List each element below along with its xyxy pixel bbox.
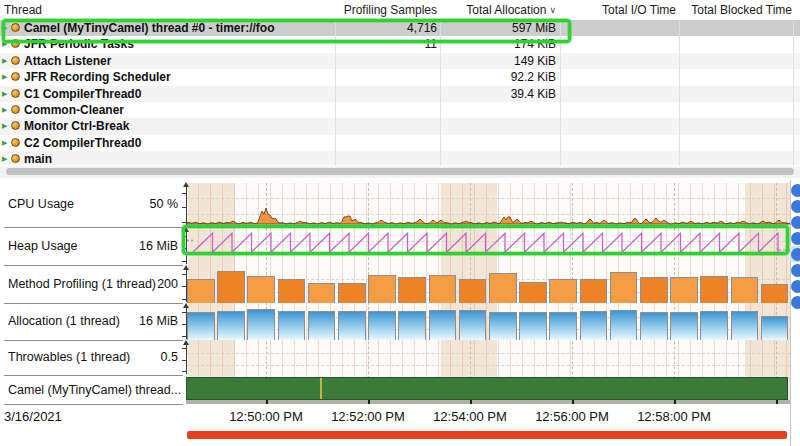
side-panel-button[interactable]	[791, 264, 800, 277]
table-row[interactable]: ▶Common-Cleaner	[0, 102, 800, 119]
method-profiling-bar	[459, 279, 487, 303]
side-panel-button[interactable]	[791, 184, 800, 197]
expand-arrow-icon[interactable]: ▶	[2, 57, 7, 65]
table-row[interactable]: ▶main	[0, 151, 800, 165]
expand-arrow-icon[interactable]: ▶	[2, 24, 7, 32]
lane-label-row-4[interactable]: Throwables (1 thread)0.5	[0, 341, 183, 375]
allocation-bar	[700, 311, 728, 340]
table-row[interactable]: ▶C2 CompilerThread0	[0, 135, 800, 152]
allocation-bar	[459, 310, 487, 340]
thread-table-header: ThreadProfiling SamplesTotal Allocation∨…	[0, 0, 800, 21]
total-allocation-value: 149 KiB	[514, 54, 556, 68]
sort-descending-icon: ∨	[549, 5, 556, 15]
total-allocation-value: 597 MiB	[512, 21, 556, 35]
expand-arrow-icon[interactable]: ▶	[2, 139, 7, 147]
method-profiling-bars	[186, 266, 790, 303]
thread-icon	[11, 39, 20, 48]
horizontal-gridline	[186, 353, 790, 354]
axis-tick	[182, 274, 187, 275]
lane-label-row-2[interactable]: Method Profiling (1 thread)200	[0, 266, 183, 303]
side-panel-button[interactable]	[791, 248, 800, 261]
side-panel-button[interactable]	[791, 232, 800, 245]
table-row[interactable]: ▶Attach Listener149 KiB	[0, 53, 800, 70]
method-profiling-bar	[368, 275, 396, 303]
method-profiling-bar	[549, 279, 577, 303]
axis-tick	[182, 207, 187, 208]
thread-name: C2 CompilerThread0	[24, 136, 141, 150]
table-row[interactable]: ▶Camel (MyTinyCamel) thread #0 - timer:/…	[0, 20, 800, 37]
axis-tick	[182, 371, 187, 372]
method-profiling-bar	[519, 282, 547, 303]
lane-label-row-5[interactable]: Camel (MyTinyCamel) thread...	[0, 377, 183, 404]
allocation-bar	[368, 311, 396, 340]
allocation-bar	[429, 310, 457, 340]
table-row[interactable]: ▶JFR Periodic Tasks11174 KiB	[0, 36, 800, 53]
time-tick-label: 12:58:00 PM	[637, 409, 711, 424]
table-row[interactable]: ▶JFR Recording Scheduler92.2 KiB	[0, 69, 800, 86]
thread-activity-lane[interactable]	[186, 377, 788, 400]
lane-label: Heap Usage	[8, 239, 78, 253]
lane-label-row-3[interactable]: Allocation (1 thread)16 MiB	[0, 304, 183, 340]
column-header-label: Thread	[4, 3, 42, 17]
allocation-bar	[580, 311, 608, 340]
expand-arrow-icon[interactable]: ▶	[2, 90, 7, 98]
column-header-blocked[interactable]: Total Blocked Time	[691, 0, 792, 20]
time-range-selection-bar[interactable]	[187, 431, 787, 439]
method-profiling-bar	[700, 276, 728, 303]
allocation-bar	[489, 312, 517, 340]
profiling-samples-value: 4,716	[407, 21, 437, 35]
thread-name: Camel (MyTinyCamel) thread #0 - timer://…	[24, 21, 275, 35]
axis-tick	[182, 236, 187, 237]
column-header-samples[interactable]: Profiling Samples	[344, 0, 437, 20]
axis-tick	[182, 248, 187, 249]
side-panel-button[interactable]	[791, 280, 800, 293]
timeline-plot-area[interactable]	[186, 183, 790, 404]
column-separator	[793, 0, 794, 166]
column-header-allocation[interactable]: Total Allocation∨	[466, 0, 556, 20]
side-panel-button[interactable]	[791, 200, 800, 213]
total-allocation-value: 92.2 KiB	[511, 70, 556, 84]
thread-name: Attach Listener	[24, 54, 111, 68]
scrollbar-thumb[interactable]	[6, 168, 794, 175]
column-header-thread[interactable]: Thread	[4, 0, 42, 20]
allocation-bar	[187, 312, 215, 340]
expand-arrow-icon[interactable]: ▶	[2, 122, 7, 130]
method-profiling-bar	[489, 273, 517, 303]
lane-label: Allocation (1 thread)	[8, 314, 120, 328]
lane-label-row-0[interactable]: CPU Usage50 %	[0, 183, 183, 227]
allocation-bar	[670, 312, 698, 340]
column-header-io[interactable]: Total I/O Time	[602, 0, 676, 20]
thread-name: JFR Periodic Tasks	[24, 37, 134, 51]
allocation-bar	[308, 311, 336, 340]
lane-axis-max-label: 16 MiB	[139, 314, 178, 328]
expand-arrow-icon[interactable]: ▶	[2, 106, 7, 114]
method-profiling-bar	[670, 277, 698, 303]
expand-arrow-icon[interactable]: ▶	[2, 73, 7, 81]
thread-name: main	[24, 152, 52, 165]
time-tick-mark	[470, 400, 472, 404]
method-profiling-bar	[217, 271, 245, 303]
table-row[interactable]: ▶C1 CompilerThread039.4 KiB	[0, 86, 800, 103]
expand-arrow-icon[interactable]: ▶	[2, 155, 7, 163]
lane-label-row-1[interactable]: Heap Usage16 MiB	[0, 228, 183, 265]
lane-axis-max-label: 50 %	[150, 197, 179, 211]
axis-tick	[182, 193, 187, 194]
table-horizontal-scrollbar[interactable]	[0, 166, 800, 178]
axis-tick	[182, 222, 187, 223]
time-axis: 3/16/2021 12:50:00 PM12:52:00 PM12:54:00…	[0, 404, 792, 430]
method-profiling-bar	[761, 284, 789, 303]
allocation-bar	[247, 309, 275, 340]
date-label: 3/16/2021	[4, 409, 62, 424]
expand-arrow-icon[interactable]: ▶	[2, 40, 7, 48]
method-profiling-bar	[580, 279, 608, 303]
lane-scroll-strip	[186, 400, 790, 404]
thread-name: C1 CompilerThread0	[24, 87, 141, 101]
column-separator	[679, 0, 680, 166]
table-row[interactable]: ▶Monitor Ctrl-Break	[0, 118, 800, 135]
time-tick-mark	[572, 400, 574, 404]
side-panel-button[interactable]	[791, 296, 800, 309]
allocation-bar	[338, 311, 366, 340]
thread-name: Common-Cleaner	[24, 103, 124, 117]
side-panel-button[interactable]	[791, 216, 800, 229]
method-profiling-bar	[398, 277, 426, 303]
